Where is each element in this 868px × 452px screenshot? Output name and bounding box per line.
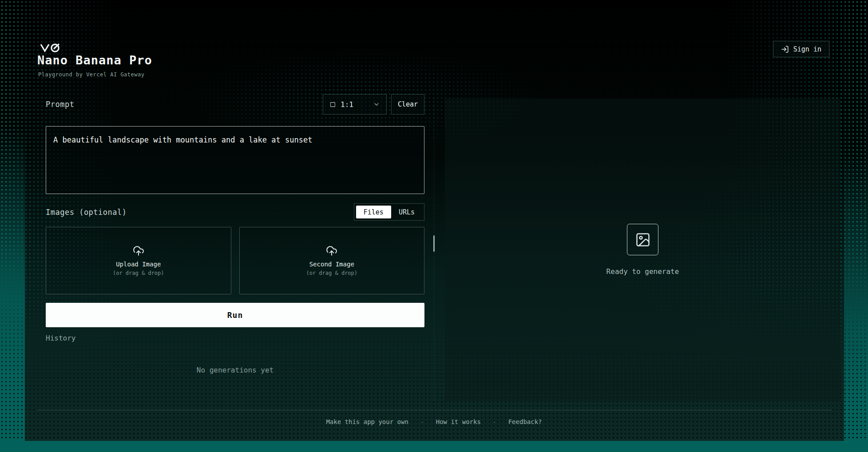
images-label: Images (optional) — [46, 208, 354, 217]
tab-files[interactable]: Files — [356, 206, 391, 218]
images-header-row: Images (optional) Files URLs — [46, 203, 424, 221]
background-teal-right-column — [844, 0, 868, 452]
upload-row: Upload Image (or drag & drop) Second Ima… — [46, 227, 424, 294]
bottom-teal-bar — [0, 441, 868, 452]
footer-link-feedback[interactable]: Feedback? — [508, 418, 542, 425]
page-title: Nano Banana Pro — [37, 53, 152, 67]
upload-hint: (or drag & drop) — [306, 270, 357, 276]
cloud-upload-icon — [133, 245, 144, 257]
run-button[interactable]: Run — [46, 303, 424, 327]
upload-hint: (or drag & drop) — [113, 270, 164, 276]
result-icon-frame — [627, 224, 658, 255]
footer-separator: · — [493, 419, 496, 425]
image-placeholder-icon — [635, 232, 651, 248]
prompt-panel: Prompt 1:1 Clear A beautiful landscape w… — [46, 94, 424, 405]
square-icon — [330, 102, 336, 107]
aspect-ratio-value: 1:1 — [341, 100, 353, 109]
footer-link-how-it-works[interactable]: How it works — [436, 418, 481, 425]
aspect-ratio-select[interactable]: 1:1 — [323, 94, 387, 115]
upload-image-dropzone[interactable]: Upload Image (or drag & drop) — [46, 227, 231, 294]
history-label: History — [46, 334, 75, 342]
sign-in-button[interactable]: Sign in — [773, 41, 829, 57]
prompt-header-row: Prompt 1:1 Clear — [46, 94, 424, 115]
cloud-upload-icon — [326, 245, 337, 257]
prompt-label: Prompt — [46, 100, 323, 109]
log-in-icon — [781, 45, 789, 53]
tab-urls[interactable]: URLs — [391, 206, 422, 218]
pane-resize-handle[interactable] — [433, 235, 435, 252]
result-status-text: Ready to generate — [606, 267, 679, 276]
footer-divider — [37, 410, 832, 410]
footer: Make this app your own · How it works · … — [0, 418, 868, 425]
footer-link-make-your-own[interactable]: Make this app your own — [326, 418, 408, 425]
clear-button[interactable]: Clear — [391, 94, 424, 115]
upload-title: Second Image — [309, 261, 354, 268]
background-teal-left-column — [0, 0, 25, 452]
prompt-input[interactable]: A beautiful landscape with mountains and… — [46, 126, 424, 194]
history-empty-text: No generations yet — [46, 366, 424, 374]
sign-in-label: Sign in — [793, 45, 821, 53]
page-subtitle: Playground by Vercel AI Gateway — [38, 71, 144, 78]
upload-title: Upload Image — [116, 261, 161, 268]
chevron-down-icon — [373, 101, 380, 108]
footer-separator: · — [420, 419, 424, 425]
second-image-dropzone[interactable]: Second Image (or drag & drop) — [239, 227, 425, 294]
result-panel: Ready to generate — [445, 99, 840, 401]
v0-logo — [40, 43, 60, 53]
image-source-toggle: Files URLs — [354, 203, 424, 221]
